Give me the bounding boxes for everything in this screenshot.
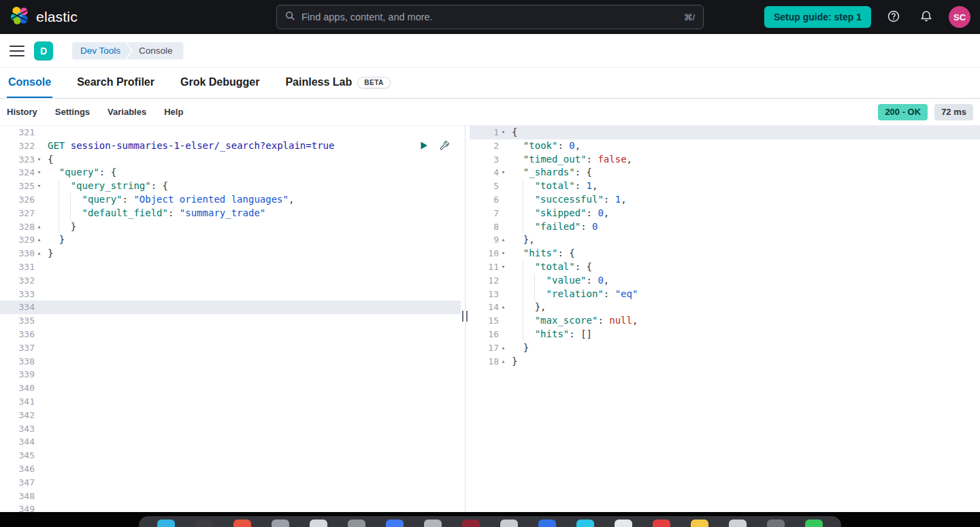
code-content[interactable]: "skipped": 0, [508,207,980,220]
dock-icon[interactable] [500,520,518,527]
dock-icon[interactable] [691,520,708,527]
dock-icon[interactable] [729,520,747,527]
code-content[interactable]: } [44,247,461,260]
response-line-9[interactable]: 9▴}, [470,233,980,247]
code-content[interactable] [44,314,461,328]
code-content[interactable]: }, [508,233,980,247]
request-line-323[interactable]: 323▾{ [0,153,461,167]
code-content[interactable]: } [508,341,980,355]
dock-icon[interactable] [615,520,632,527]
code-content[interactable] [44,462,461,476]
response-line-13[interactable]: 13"relation": "eq" [470,288,980,301]
code-content[interactable]: "hits": { [508,247,980,260]
response-line-5[interactable]: 5"total": 1, [470,180,980,193]
code-content[interactable]: }, [508,301,980,314]
request-line-347[interactable]: 347 [0,476,461,490]
wrench-icon[interactable] [440,141,450,151]
code-content[interactable]: "relation": "eq" [508,288,980,301]
code-content[interactable]: "query_string": { [44,180,461,193]
code-content[interactable] [44,260,461,274]
code-content[interactable]: "_shards": { [508,166,980,180]
request-line-330[interactable]: 330▴} [0,247,461,260]
fold-close-icon[interactable]: ▴ [499,233,508,247]
response-line-4[interactable]: 4▾"_shards": { [470,166,980,180]
response-line-3[interactable]: 3"timed_out": false, [470,153,980,167]
request-line-322[interactable]: 322GET session-summaries-1-elser/_search… [0,139,461,153]
response-line-8[interactable]: 8"failed": 0 [470,220,980,234]
dock-icon[interactable] [462,520,480,527]
request-line-333[interactable]: 333 [0,288,461,301]
code-content[interactable]: "value": 0, [508,274,980,288]
request-line-325[interactable]: 325▾"query_string": { [0,180,461,193]
response-line-15[interactable]: 15"max_score": null, [470,314,980,328]
response-line-10[interactable]: 10▾"hits": { [470,247,980,260]
request-line-348[interactable]: 348 [0,490,461,503]
request-line-334[interactable]: 334 [0,301,461,314]
tab-console[interactable]: Console [7,68,52,98]
request-line-328[interactable]: 328▴} [0,220,461,234]
fold-open-icon[interactable]: ▾ [35,153,44,167]
code-content[interactable] [44,503,461,512]
request-line-340[interactable]: 340 [0,381,461,395]
fold-close-icon[interactable]: ▴ [499,341,508,355]
dock-icon[interactable] [805,520,823,527]
response-line-11[interactable]: 11▾"total": { [470,260,980,274]
code-content[interactable]: { [44,153,461,167]
code-content[interactable]: "total": { [508,260,980,274]
code-content[interactable]: "timed_out": false, [508,153,980,167]
response-line-17[interactable]: 17▴} [470,341,980,355]
send-request-icon[interactable] [419,141,429,150]
request-line-329[interactable]: 329▴} [0,233,461,247]
code-content[interactable] [44,395,461,409]
tab-search-profiler[interactable]: Search Profiler [76,68,156,98]
code-content[interactable] [44,490,461,503]
request-line-341[interactable]: 341 [0,395,461,409]
dock-icon[interactable] [233,520,251,527]
code-content[interactable] [44,476,461,490]
request-line-336[interactable]: 336 [0,328,461,341]
code-content[interactable] [44,355,461,369]
request-line-344[interactable]: 344 [0,435,461,449]
dock-icon[interactable] [424,520,442,527]
response-viewer[interactable]: 1▾{2"took": 0,3"timed_out": false,4▾"_sh… [470,126,980,512]
request-editor[interactable]: 321322GET session-summaries-1-elser/_sea… [0,126,461,512]
code-content[interactable] [44,435,461,449]
tab-painless-lab[interactable]: Painless Lab BETA [284,68,391,98]
dock-icon[interactable] [767,520,785,527]
fold-open-icon[interactable]: ▾ [35,166,44,180]
code-content[interactable]: "max_score": null, [508,314,980,328]
request-line-331[interactable]: 331 [0,260,461,274]
fold-open-icon[interactable]: ▾ [499,247,508,260]
setup-guide-button[interactable]: Setup guide: step 1 [764,6,871,28]
code-content[interactable]: "took": 0, [508,139,980,153]
response-line-7[interactable]: 7"skipped": 0, [470,207,980,220]
dock-icon[interactable] [538,520,556,527]
variables-link[interactable]: Variables [108,107,146,117]
fold-close-icon[interactable]: ▴ [35,233,44,247]
fold-close-icon[interactable]: ▴ [35,220,44,234]
breadcrumb-console[interactable]: Console [127,42,184,60]
code-content[interactable] [44,341,461,355]
pane-splitter[interactable] [461,126,470,512]
code-content[interactable] [44,301,461,314]
dock-icon[interactable] [310,520,327,527]
code-content[interactable]: } [508,355,980,369]
request-line-349[interactable]: 349 [0,503,461,512]
response-line-16[interactable]: 16"hits": [] [470,328,980,341]
code-content[interactable]: "total": 1, [508,180,980,193]
fold-close-icon[interactable]: ▴ [499,301,508,314]
code-content[interactable]: } [44,220,461,234]
code-content[interactable]: "hits": [] [508,328,980,341]
request-line-324[interactable]: 324▾"query": { [0,166,461,180]
fold-open-icon[interactable]: ▾ [499,260,508,274]
code-content[interactable]: GET session-summaries-1-elser/_search?ex… [44,139,461,153]
request-line-342[interactable]: 342 [0,409,461,422]
fold-close-icon[interactable]: ▴ [499,355,508,369]
breadcrumb-dev-tools[interactable]: Dev Tools [72,42,131,60]
request-line-321[interactable]: 321 [0,126,461,139]
request-line-345[interactable]: 345 [0,449,461,462]
dock-icon[interactable] [195,520,213,527]
response-line-2[interactable]: 2"took": 0, [470,139,980,153]
fold-open-icon[interactable]: ▾ [35,180,44,193]
fold-open-icon[interactable]: ▾ [499,166,508,180]
